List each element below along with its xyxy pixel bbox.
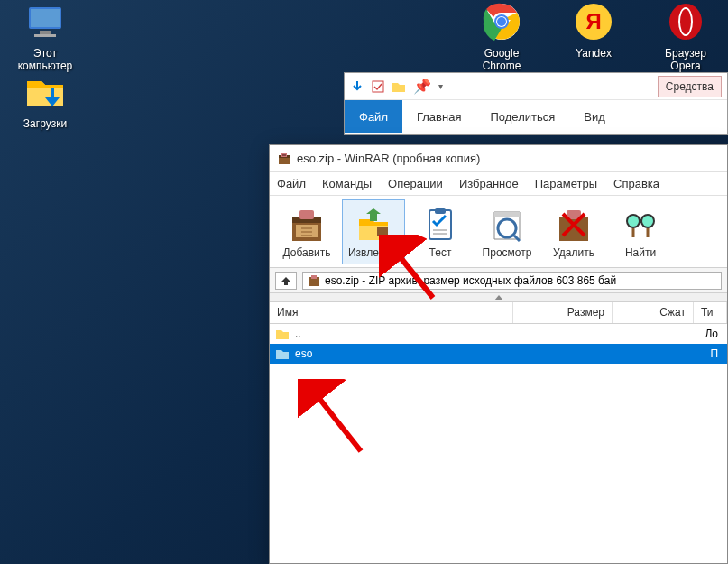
extract-icon bbox=[354, 205, 393, 245]
svg-rect-17 bbox=[282, 154, 286, 156]
column-packed[interactable]: Сжат bbox=[613, 302, 694, 323]
delete-label: Удалить bbox=[553, 246, 594, 259]
column-type[interactable]: Ти bbox=[694, 302, 727, 323]
winrar-pathbar: eso.zip - ZIP архив, размер исходных фай… bbox=[270, 268, 727, 293]
delete-button[interactable]: Удалить bbox=[542, 199, 605, 264]
desktop-icon-downloads[interactable]: Загрузки bbox=[9, 70, 81, 130]
view-button[interactable]: Просмотр bbox=[475, 199, 539, 264]
explorer-quick-access-toolbar: 📌 ▾ Средства bbox=[345, 73, 727, 100]
svg-rect-24 bbox=[435, 208, 446, 214]
row-name: .. bbox=[295, 328, 513, 340]
svg-text:Я: Я bbox=[585, 9, 601, 33]
tab-share[interactable]: Поделиться bbox=[475, 100, 569, 133]
list-row-parent[interactable]: .. Ло bbox=[270, 324, 727, 344]
svg-rect-22 bbox=[377, 227, 388, 236]
path-field[interactable]: eso.zip - ZIP архив, размер исходных фай… bbox=[302, 272, 722, 290]
desktop-icon-chrome[interactable]: GoogleChrome bbox=[465, 0, 538, 73]
column-size[interactable]: Размер bbox=[513, 302, 613, 323]
up-button[interactable] bbox=[275, 272, 297, 290]
desktop-icon-label: GoogleChrome bbox=[465, 47, 538, 73]
explorer-ribbon-tabs: Файл Главная Поделиться Вид bbox=[345, 100, 727, 133]
menu-help[interactable]: Справка bbox=[613, 177, 659, 190]
tab-home[interactable]: Главная bbox=[402, 100, 475, 133]
find-label: Найти bbox=[625, 246, 656, 259]
extract-button[interactable]: Извлечь... bbox=[342, 199, 405, 264]
down-arrow-icon[interactable] bbox=[350, 79, 364, 94]
desktop-icon-label: Этоткомпьютер bbox=[9, 47, 81, 73]
menu-favorites[interactable]: Избранное bbox=[459, 177, 519, 190]
folder-icon bbox=[275, 347, 290, 360]
find-button[interactable]: Найти bbox=[609, 199, 672, 264]
svg-point-12 bbox=[680, 9, 691, 34]
folder-icon[interactable] bbox=[392, 80, 406, 93]
menu-commands[interactable]: Команды bbox=[322, 177, 372, 190]
pc-icon bbox=[23, 0, 67, 43]
svg-rect-34 bbox=[311, 275, 317, 279]
pin-icon[interactable]: 📌 bbox=[413, 78, 431, 95]
winrar-window[interactable]: eso.zip - WinRAR (пробная копия) Файл Ко… bbox=[269, 144, 728, 564]
svg-rect-32 bbox=[639, 219, 642, 223]
svg-rect-20 bbox=[299, 210, 314, 219]
menu-operations[interactable]: Операции bbox=[388, 177, 443, 190]
extract-label: Извлечь... bbox=[348, 246, 399, 259]
svg-point-31 bbox=[642, 216, 653, 227]
desktop-icon-label: Загрузки bbox=[9, 117, 81, 130]
menu-file[interactable]: Файл bbox=[277, 177, 306, 190]
menu-options[interactable]: Параметры bbox=[535, 177, 597, 190]
tab-view[interactable]: Вид bbox=[569, 100, 620, 133]
desktop-icon-label: Yandex bbox=[558, 47, 630, 60]
add-button[interactable]: Добавить bbox=[275, 199, 338, 264]
tools-tab[interactable]: Средства bbox=[658, 76, 722, 97]
test-button[interactable]: Тест bbox=[409, 199, 472, 264]
file-list[interactable]: .. Ло eso П bbox=[270, 324, 727, 364]
path-text: eso.zip - ZIP архив, размер исходных фай… bbox=[325, 274, 616, 287]
row-name: eso bbox=[295, 347, 517, 360]
yandex-icon: Я bbox=[572, 0, 615, 43]
column-headers: Имя Размер Сжат Ти bbox=[270, 302, 727, 324]
winrar-title-text: eso.zip - WinRAR (пробная копия) bbox=[297, 152, 480, 165]
find-icon bbox=[621, 205, 660, 245]
view-label: Просмотр bbox=[483, 246, 532, 259]
svg-rect-26 bbox=[559, 217, 588, 241]
desktop-icon-yandex[interactable]: Я Yandex bbox=[558, 0, 630, 60]
opera-icon bbox=[664, 0, 707, 43]
view-icon bbox=[487, 205, 527, 245]
winrar-app-icon bbox=[277, 152, 291, 166]
chrome-icon bbox=[480, 0, 523, 43]
winrar-titlebar[interactable]: eso.zip - WinRAR (пробная копия) bbox=[270, 145, 727, 172]
svg-point-7 bbox=[497, 17, 506, 26]
list-row-eso[interactable]: eso П bbox=[270, 344, 727, 364]
add-label: Добавить bbox=[282, 246, 330, 259]
qat-dropdown-icon[interactable]: ▾ bbox=[438, 81, 443, 91]
test-label: Тест bbox=[429, 246, 452, 259]
svg-rect-13 bbox=[373, 81, 383, 92]
winrar-menubar: Файл Команды Операции Избранное Параметр… bbox=[270, 172, 727, 196]
row-type: П bbox=[710, 347, 722, 360]
archive-icon bbox=[307, 274, 321, 287]
downloads-folder-icon bbox=[23, 70, 67, 114]
svg-rect-1 bbox=[31, 9, 60, 27]
column-marker bbox=[270, 293, 727, 302]
tab-file[interactable]: Файл bbox=[345, 100, 402, 133]
explorer-window[interactable]: 📌 ▾ Средства Файл Главная Поделиться Вид bbox=[344, 72, 728, 135]
delete-icon bbox=[554, 205, 594, 245]
column-name[interactable]: Имя bbox=[270, 302, 513, 323]
desktop-icon-opera[interactable]: БраузерOpera bbox=[650, 0, 722, 73]
checkbox-icon[interactable] bbox=[372, 80, 384, 93]
svg-rect-3 bbox=[34, 34, 56, 37]
add-icon bbox=[287, 205, 327, 245]
test-icon bbox=[420, 205, 460, 245]
winrar-toolbar: Добавить Извлечь... Тест Просмотр Удалит… bbox=[270, 196, 727, 268]
desktop-icon-label: БраузерOpera bbox=[650, 47, 722, 73]
row-type: Ло bbox=[705, 328, 722, 340]
svg-rect-2 bbox=[40, 31, 51, 34]
desktop-icon-this-pc[interactable]: Этоткомпьютер bbox=[9, 0, 81, 73]
svg-rect-23 bbox=[429, 210, 451, 239]
svg-point-30 bbox=[628, 216, 639, 227]
folder-icon bbox=[275, 328, 290, 340]
